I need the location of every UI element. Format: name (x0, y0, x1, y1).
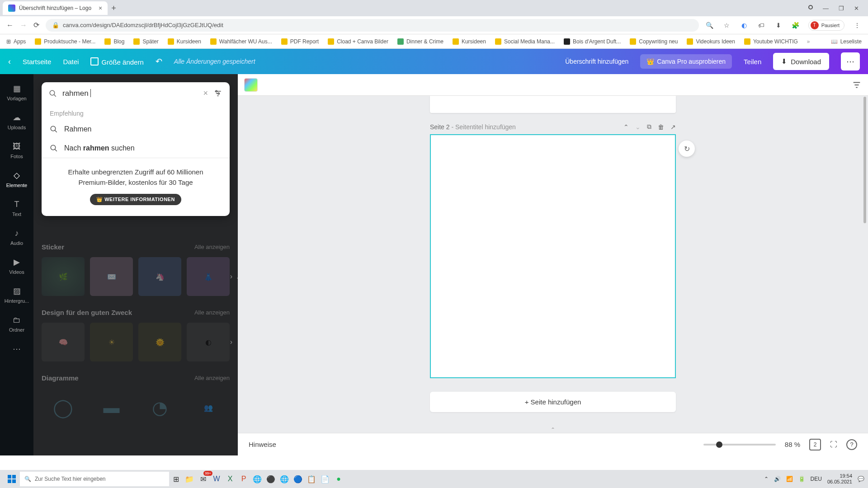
search-box[interactable]: rahmen × (42, 82, 230, 104)
page-2-canvas[interactable]: ↻ (430, 134, 676, 378)
add-page-button[interactable]: + Seite hinzufügen (430, 392, 676, 412)
sticker-thumb[interactable]: ✉️ (90, 257, 133, 296)
vertical-scrollbar[interactable] (863, 97, 866, 432)
more-button[interactable]: ⋯ (841, 52, 860, 70)
task-view-icon[interactable]: ⊞ (169, 472, 183, 486)
canvas-scroll[interactable]: Seite 2 - Seitentitel hinzufügen ⌃ ⌄ ⧉ 🗑… (238, 96, 868, 433)
suggestion-item[interactable]: Rahmen (42, 120, 230, 139)
ext1-icon[interactable]: ◐ (740, 21, 749, 30)
sticker-thumb[interactable]: 🌿 (42, 257, 85, 296)
sidebar-text[interactable]: TText (0, 193, 33, 222)
spotify-icon[interactable]: ● (332, 472, 345, 486)
bookmark-item[interactable]: Cload + Canva Bilder (328, 38, 388, 45)
chart-thumb[interactable]: ◯ (42, 388, 85, 427)
tab-info-icon[interactable] (808, 5, 813, 9)
premium-cta-button[interactable]: 👑 WEITERE INFORMATIONEN (90, 194, 181, 205)
bookmark-item[interactable]: Youtube WICHTIG (744, 38, 798, 45)
chrome-icon[interactable]: 🌐 (278, 472, 291, 486)
bookmark-item[interactable]: Wahlfächer WU Aus... (210, 38, 272, 45)
explorer-icon[interactable]: 📁 (183, 472, 196, 486)
bookmark-item[interactable]: Produktsuche - Mer... (35, 38, 95, 45)
profile-chip[interactable]: T Pausiert (808, 20, 844, 31)
try-pro-button[interactable]: 👑Canva Pro ausprobieren (640, 54, 732, 69)
chevron-up-icon[interactable]: ⌃ (623, 123, 629, 131)
chart-thumb[interactable]: ◔ (138, 388, 181, 427)
help-icon[interactable]: ? (846, 439, 857, 450)
sidebar-templates[interactable]: ▦Vorlagen (0, 78, 33, 107)
address-bar[interactable]: 🔒 canva.com/design/DAEdomzscjl/drBfjHdCo… (46, 19, 699, 32)
suggestion-item[interactable]: Nach rahmen suchen (42, 139, 230, 158)
sidebar-videos[interactable]: ▶Videos (0, 251, 33, 280)
page-title-field[interactable]: Seite 2 - Seitentitel hinzufügen (430, 123, 617, 131)
zoom-level[interactable]: 88 % (785, 441, 800, 448)
app-icon[interactable]: 📋 (305, 472, 318, 486)
chevron-down-icon[interactable]: ⌄ (635, 123, 641, 131)
menu-icon[interactable]: ⋮ (853, 21, 862, 30)
sidebar-photos[interactable]: 🖼Fotos (0, 136, 33, 164)
search-input[interactable]: rahmen (62, 89, 198, 98)
filter-icon[interactable] (213, 89, 222, 98)
bookmark-item[interactable]: Später (133, 38, 158, 45)
notes-button[interactable]: Hinweise (249, 441, 276, 448)
bookmark-item[interactable]: Social Media Mana... (495, 38, 555, 45)
bookmark-item[interactable]: Blog (104, 38, 124, 45)
reload-icon[interactable]: ⟳ (33, 21, 39, 29)
see-all-link[interactable]: Alle anzeigen (194, 375, 230, 381)
share-button[interactable]: Teilen (744, 58, 761, 66)
export-icon[interactable]: ↗ (670, 123, 676, 131)
tray-chevron-icon[interactable]: ⌃ (764, 476, 769, 482)
bookmark-item[interactable]: Bois d'Argent Duft... (564, 38, 621, 45)
sidebar-elements[interactable]: ◇Elemente (0, 164, 33, 193)
bookmark-item[interactable]: Copywriting neu (630, 38, 678, 45)
mail-icon[interactable]: ✉99+ (196, 472, 210, 486)
star-icon[interactable]: ☆ (722, 21, 731, 30)
resize-button[interactable]: Größe ändern (90, 57, 143, 66)
start-button[interactable] (4, 472, 20, 486)
excel-icon[interactable]: X (223, 472, 237, 486)
regenerate-button[interactable]: ↻ (679, 141, 695, 157)
minimize-icon[interactable]: — (823, 5, 829, 12)
reading-list-button[interactable]: 📖Leseliste (831, 38, 862, 45)
ext3-icon[interactable]: ⬇ (774, 21, 783, 30)
undo-icon[interactable]: ↶ (156, 56, 162, 66)
fullscreen-icon[interactable]: ⛶ (830, 441, 837, 449)
back-icon[interactable]: ← (6, 21, 14, 29)
bookmark-item[interactable]: Dinner & Crime (397, 38, 443, 45)
file-button[interactable]: Datei (63, 58, 79, 66)
clock[interactable]: 19:5406.05.2021 (827, 473, 852, 485)
sidebar-audio[interactable]: ♪Audio (0, 222, 33, 251)
new-tab-button[interactable]: + (111, 4, 116, 13)
zoom-slider[interactable] (703, 444, 776, 446)
sticker-thumb[interactable]: 👗 (187, 257, 230, 296)
chart-thumb[interactable]: 👥 (187, 388, 230, 427)
sidebar-more[interactable]: ⋯ (0, 338, 33, 360)
extensions-icon[interactable]: 🧩 (791, 21, 800, 30)
trash-icon[interactable]: 🗑 (658, 123, 664, 131)
bookmark-item[interactable]: Kursideen (453, 38, 486, 45)
edge-icon[interactable]: 🔵 (291, 472, 305, 486)
app-icon[interactable]: 📄 (318, 472, 332, 486)
notifications-icon[interactable]: 💬 (858, 476, 864, 482)
duplicate-icon[interactable]: ⧉ (647, 123, 651, 131)
download-button[interactable]: ⬇Download (773, 53, 829, 70)
language-indicator[interactable]: DEU (811, 476, 822, 482)
wifi-icon[interactable]: 📶 (786, 476, 793, 482)
bookmark-item[interactable]: PDF Report (281, 38, 319, 45)
app-icon[interactable]: ⚫ (264, 472, 278, 486)
back-button[interactable]: ‹ (8, 57, 11, 66)
see-all-link[interactable]: Alle anzeigen (194, 244, 230, 250)
bookmark-item[interactable]: Videokurs Ideen (687, 38, 735, 45)
expand-panel-icon[interactable]: ⌃ (551, 427, 555, 433)
maximize-icon[interactable]: ❐ (839, 5, 844, 12)
page-count-badge[interactable]: 2 (809, 439, 821, 450)
volume-icon[interactable]: 🔊 (774, 476, 781, 482)
sidebar-folders[interactable]: 🗀Ordner (0, 309, 33, 338)
design-thumb[interactable]: ◐ (187, 323, 230, 361)
close-tab-icon[interactable]: × (99, 5, 102, 12)
bookmark-item[interactable]: Kursideen (168, 38, 201, 45)
sidebar-background[interactable]: ▨Hintergru... (0, 280, 33, 309)
next-icon[interactable]: › (230, 338, 232, 346)
design-thumb[interactable]: 🧠 (42, 323, 85, 361)
battery-icon[interactable]: 🔋 (798, 476, 805, 482)
design-thumb[interactable]: 🌞 (138, 323, 181, 361)
